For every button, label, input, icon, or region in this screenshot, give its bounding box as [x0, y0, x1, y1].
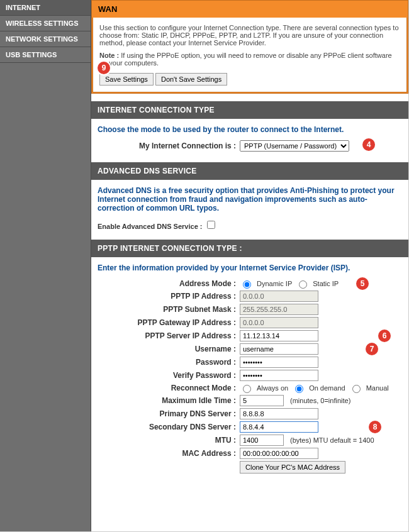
on-demand-radio[interactable]: [295, 385, 303, 393]
sidebar-item-usb[interactable]: USB SETTINGS: [0, 47, 91, 63]
manual-text: Manual: [366, 384, 389, 392]
static-ip-text: Static IP: [313, 280, 339, 287]
ict-intro: Choose the mode to be used by the router…: [98, 125, 402, 134]
mtu-label: MTU :: [98, 436, 240, 445]
ict-header: INTERNET CONNECTION TYPE: [91, 101, 408, 119]
callout-badge-6: 6: [378, 330, 391, 342]
mac-input[interactable]: [240, 448, 318, 459]
callout-badge-9: 9: [98, 62, 110, 74]
always-on-text: Always on: [257, 384, 288, 392]
pptp-mask-input[interactable]: [240, 304, 318, 315]
vpassword-label: Verify Password :: [98, 371, 240, 380]
idle-hint: (minutes, 0=infinite): [290, 397, 350, 404]
adv-label: Enable Advanced DNS Service :: [98, 223, 203, 230]
pptp-intro: Enter the information provided by your I…: [98, 263, 402, 272]
dns1-label: Primary DNS Server :: [98, 409, 240, 418]
pptp-gw-label: PPTP Gateway IP Address :: [98, 318, 240, 327]
main-content: WAN Use this section to configure your I…: [91, 0, 408, 531]
dynamic-ip-radio[interactable]: [243, 280, 251, 289]
callout-badge-7: 7: [366, 343, 378, 355]
username-label: Username :: [98, 345, 240, 353]
adv-header: ADVANCED DNS SERVICE: [91, 162, 408, 180]
static-ip-radio[interactable]: [299, 280, 307, 289]
sidebar-item-wireless[interactable]: WIRELESS SETTINGS: [0, 16, 91, 31]
idle-label: Maximum Idle Time :: [98, 396, 240, 405]
pptp-srv-label: PPTP Server IP Address :: [98, 331, 240, 340]
connection-type-select[interactable]: PPTP (Username / Password): [240, 140, 349, 152]
wan-panel: WAN Use this section to configure your I…: [91, 0, 408, 94]
dns2-label: Secondary DNS Server :: [98, 423, 240, 431]
password-label: Password :: [98, 358, 240, 367]
sidebar-item-network[interactable]: NETWORK SETTINGS: [0, 31, 91, 47]
pptp-header: PPTP INTERNET CONNECTION TYPE :: [91, 240, 408, 257]
adv-dns-checkbox[interactable]: [207, 221, 215, 229]
pptp-mask-label: PPTP Subnet Mask :: [98, 305, 240, 314]
wan-description: Use this section to configure your Inter…: [99, 24, 400, 47]
pptp-ip-label: PPTP IP Address :: [98, 292, 240, 301]
sidebar-item-internet[interactable]: INTERNET: [0, 0, 91, 16]
on-demand-text: On demand: [309, 384, 345, 392]
wan-note: Note : If using the PPPoE option, you wi…: [99, 52, 400, 67]
dns1-input[interactable]: [240, 408, 318, 419]
vpassword-input[interactable]: [240, 370, 318, 381]
dont-save-settings-button[interactable]: Don't Save Settings: [155, 73, 227, 86]
wan-title: WAN: [92, 1, 408, 18]
callout-badge-4: 4: [362, 138, 375, 151]
mtu-hint: (bytes) MTU default = 1400: [290, 436, 374, 444]
pptp-gw-input[interactable]: [240, 317, 318, 328]
pptp-srv-input[interactable]: [240, 330, 318, 341]
callout-badge-5: 5: [356, 277, 369, 290]
reconnect-label: Reconnect Mode :: [98, 384, 240, 392]
callout-badge-8: 8: [369, 421, 381, 433]
always-on-radio[interactable]: [243, 385, 251, 393]
username-input[interactable]: [240, 343, 318, 355]
save-settings-button[interactable]: Save Settings: [99, 73, 154, 86]
ict-label: My Internet Connection is :: [98, 141, 240, 150]
password-input[interactable]: [240, 357, 318, 368]
dns2-input[interactable]: [240, 421, 318, 433]
mac-label: MAC Address :: [98, 449, 240, 458]
sidebar: INTERNET WIRELESS SETTINGS NETWORK SETTI…: [0, 0, 91, 531]
pptp-ip-input[interactable]: [240, 291, 318, 302]
addr-mode-label: Address Mode :: [98, 279, 240, 288]
adv-intro: Advanced DNS is a free security option t…: [98, 186, 402, 213]
manual-radio[interactable]: [352, 385, 361, 393]
dynamic-ip-text: Dynamic IP: [257, 280, 292, 287]
clone-mac-button[interactable]: Clone Your PC's MAC Address: [240, 461, 345, 474]
idle-input[interactable]: [240, 395, 284, 406]
mtu-input[interactable]: [240, 435, 284, 446]
